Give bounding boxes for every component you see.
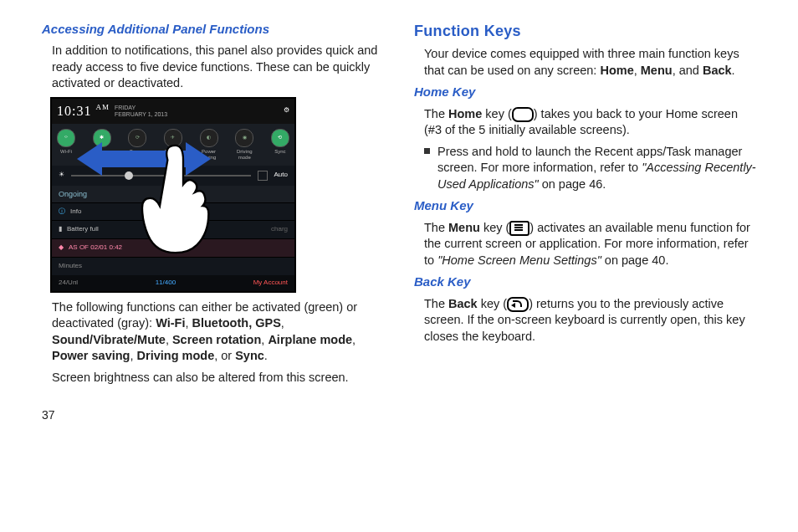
page-number: 37: [42, 407, 756, 423]
gear-icon: ⚙: [284, 106, 289, 115]
phone-ongoing: Ongoing: [52, 186, 294, 202]
phone-screenshot: 10:31 AM FRIDAYFEBRUARY 1, 2013 ⚙ ⌔Wi-Fi…: [50, 97, 296, 293]
phone-time: 10:31 AM: [57, 102, 110, 120]
home-key-bullet: Press and hold to launch the Recent apps…: [414, 144, 756, 193]
home-key-text: The Home key () takes you back to your H…: [414, 106, 756, 139]
function-keys-heading: Function Keys: [414, 21, 756, 41]
back-key-text: The Back key () returns you to the previ…: [414, 296, 756, 345]
left-column: Accessing Additional Panel Functions In …: [42, 21, 384, 391]
phone-battery-row: ▮Battery fullcharg: [52, 220, 294, 238]
menu-key-text: The Menu key () activates an available m…: [414, 220, 756, 269]
brightness-text: Screen brightness can also be altered fr…: [42, 370, 384, 386]
brightness-slider: [71, 175, 251, 176]
menu-key-icon: [509, 221, 529, 236]
phone-date: FRIDAYFEBRUARY 1, 2013: [115, 105, 167, 118]
phone-footer: 24/Unl 11/400 My Account: [52, 275, 294, 291]
toggle-rotation: ⟳Screen rotation: [126, 129, 148, 161]
back-key-icon: [507, 297, 529, 312]
toggle-airplane: ✈Airplane mode: [162, 129, 184, 161]
functions-list: The following functions can either be ac…: [42, 299, 384, 365]
two-column-layout: Accessing Additional Panel Functions In …: [42, 21, 756, 391]
auto-label: Auto: [274, 171, 288, 180]
bullet-icon: [424, 148, 430, 154]
toggle-driving: ◉Driving mode: [233, 129, 255, 161]
menu-key-heading: Menu Key: [414, 197, 756, 214]
right-column: Function Keys Your device comes equipped…: [414, 21, 756, 391]
panel-functions-heading: Accessing Additional Panel Functions: [42, 21, 384, 38]
function-keys-intro: Your device comes equipped with three ma…: [414, 46, 756, 79]
phone-toggles: ⌔Wi-Fi ✱Blu... ⟳Screen rotation ✈Airplan…: [52, 124, 294, 166]
home-key-icon: [512, 107, 534, 122]
phone-asof-row: ◆AS OF 02/01 0:42: [52, 238, 294, 257]
panel-functions-intro: In addition to notifications, this panel…: [42, 43, 384, 92]
brightness-icon: ☀: [59, 171, 64, 180]
phone-info-row: ⓘInfo: [52, 202, 294, 221]
back-key-heading: Back Key: [414, 274, 756, 290]
phone-minutes-row: Minutes: [52, 257, 294, 275]
phone-statusbar: 10:31 AM FRIDAYFEBRUARY 1, 2013 ⚙: [52, 99, 294, 124]
home-key-heading: Home Key: [414, 84, 756, 100]
toggle-powersave: ◐Power saving: [198, 129, 220, 161]
footer-mid: 11/400: [156, 279, 176, 288]
phone-brightness: ☀ Auto: [52, 166, 294, 186]
toggle-wifi: ⌔Wi-Fi: [55, 129, 77, 161]
toggle-bluetooth: ✱Blu...: [91, 129, 113, 161]
footer-left: 24/Unl: [59, 279, 78, 288]
toggle-sync: ⟲Sync: [269, 129, 291, 161]
footer-right: My Account: [253, 279, 288, 288]
auto-checkbox: [258, 171, 268, 181]
